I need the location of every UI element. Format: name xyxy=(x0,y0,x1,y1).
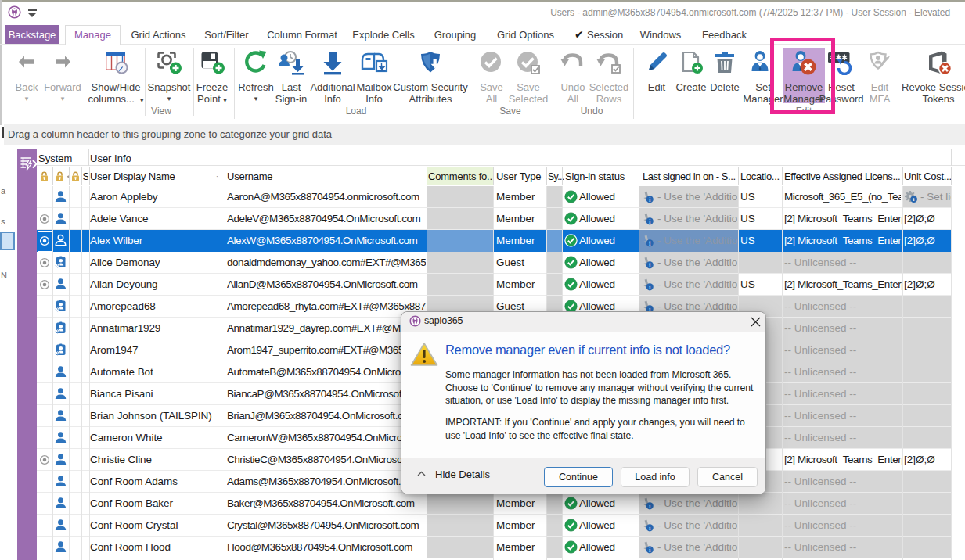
svg-text:i: i xyxy=(913,196,915,203)
svg-text:i: i xyxy=(649,218,650,225)
svg-text:i: i xyxy=(649,240,650,247)
svg-text:i: i xyxy=(649,547,650,554)
svg-text:i: i xyxy=(649,262,650,269)
svg-text:i: i xyxy=(649,284,650,291)
svg-text:i: i xyxy=(649,525,650,532)
svg-text:i: i xyxy=(649,503,650,510)
svg-text:i: i xyxy=(649,196,650,203)
